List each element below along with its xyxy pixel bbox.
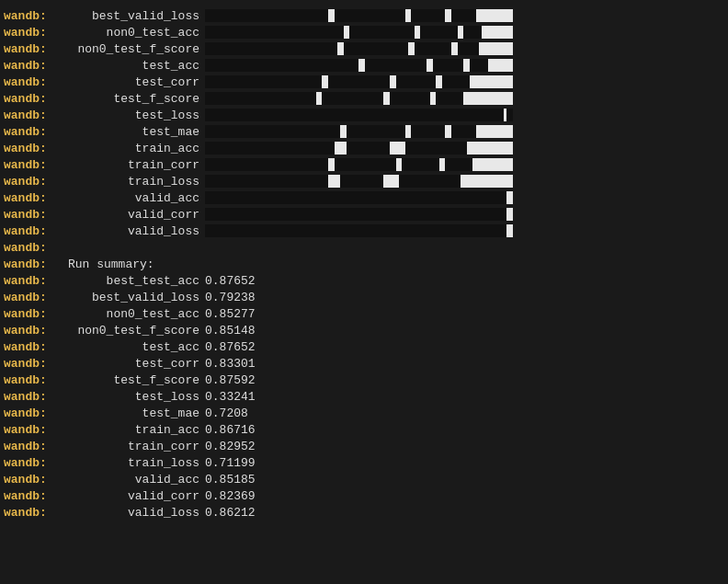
metric-name: valid_corr bbox=[63, 208, 205, 222]
chart-row: wandb:test_acc bbox=[0, 57, 728, 74]
summary-metric-value: 0.83301 bbox=[205, 357, 256, 371]
summary-row: wandb:test_mae 0.7208 bbox=[0, 405, 728, 421]
summary-metric-value: 0.82952 bbox=[205, 440, 256, 453]
summary-metric-value: 0.7208 bbox=[205, 407, 248, 420]
histogram-bar bbox=[205, 42, 513, 55]
wandb-label: wandb: bbox=[0, 307, 63, 321]
summary-metric-value: 0.86716 bbox=[205, 423, 256, 437]
summary-row: wandb:train_loss 0.71199 bbox=[0, 454, 728, 471]
summary-row: wandb:valid_acc 0.85185 bbox=[0, 471, 728, 487]
histogram-bar bbox=[205, 26, 513, 39]
wandb-label: wandb: bbox=[0, 26, 63, 40]
summary-metric-name: test_f_score bbox=[63, 373, 205, 387]
bar-container bbox=[205, 174, 728, 189]
histogram-bar bbox=[205, 92, 513, 105]
bar-container bbox=[205, 207, 728, 222]
summary-metric-name: valid_loss bbox=[63, 506, 205, 520]
metric-name: non0_test_f_score bbox=[63, 42, 205, 56]
chart-row: wandb:non0_test_acc bbox=[0, 24, 728, 40]
summary-metric-name: test_acc bbox=[63, 340, 205, 354]
summary-row: wandb:test_corr 0.83301 bbox=[0, 355, 728, 372]
wandb-label: wandb: bbox=[0, 59, 63, 73]
chart-row: wandb:train_corr bbox=[0, 156, 728, 173]
summary-metric-name: test_corr bbox=[63, 357, 205, 371]
bar-container bbox=[205, 108, 728, 122]
wandb-label: wandb: bbox=[0, 142, 63, 155]
wandb-label: wandb: bbox=[0, 75, 63, 89]
histogram-bar bbox=[205, 125, 513, 138]
bar-container bbox=[205, 74, 728, 89]
wandb-label: wandb: bbox=[0, 473, 63, 487]
histogram-bar bbox=[205, 191, 513, 204]
histogram-bar bbox=[205, 109, 513, 121]
metric-name: test_corr bbox=[63, 75, 205, 89]
summary-metric-name: test_mae bbox=[63, 407, 205, 420]
bar-container bbox=[205, 124, 728, 139]
bar-container bbox=[205, 223, 728, 238]
summary-row: wandb:non0_test_acc 0.85277 bbox=[0, 305, 728, 322]
metric-name: test_loss bbox=[63, 109, 205, 122]
summary-metric-value: 0.82369 bbox=[205, 489, 256, 503]
wandb-label: wandb: bbox=[0, 109, 63, 122]
summary-row: wandb:non0_test_f_score 0.85148 bbox=[0, 322, 728, 338]
histogram-bar bbox=[205, 158, 513, 171]
wandb-label: wandb: bbox=[0, 390, 63, 404]
metric-name: test_acc bbox=[63, 59, 205, 73]
summary-metric-value: 0.71199 bbox=[205, 456, 256, 470]
metric-name: best_valid_loss bbox=[63, 9, 205, 23]
wandb-label: wandb: bbox=[0, 440, 63, 453]
histogram-bar bbox=[205, 208, 513, 221]
wandb-label: wandb: bbox=[0, 42, 63, 56]
wandb-label: wandb: bbox=[0, 373, 63, 387]
chart-row: wandb:train_loss bbox=[0, 173, 728, 189]
summary-metric-name: train_loss bbox=[63, 456, 205, 470]
wandb-label: wandb: bbox=[0, 125, 63, 139]
summary-metric-value: 0.79238 bbox=[205, 291, 256, 304]
histogram-bar bbox=[205, 142, 513, 155]
chart-row: wandb:best_valid_loss bbox=[0, 7, 728, 24]
bar-container bbox=[205, 157, 728, 172]
chart-row: wandb:valid_corr bbox=[0, 206, 728, 223]
wandb-label: wandb: bbox=[0, 191, 63, 205]
wandb-label: wandb: bbox=[0, 489, 63, 503]
wandb-label: wandb: bbox=[0, 324, 63, 338]
summary-metric-name: valid_acc bbox=[63, 473, 205, 487]
terminal: wandb:best_valid_losswandb:non0_test_acc… bbox=[0, 0, 728, 528]
bar-container bbox=[205, 41, 728, 56]
histogram-bar bbox=[205, 9, 513, 22]
bar-container bbox=[205, 141, 728, 155]
chart-row: wandb:valid_loss bbox=[0, 223, 728, 239]
wandb-label: wandb: bbox=[0, 456, 63, 470]
wandb-label: wandb: bbox=[0, 423, 63, 437]
summary-row: wandb:test_f_score 0.87592 bbox=[0, 372, 728, 388]
summary-metric-value: 0.86212 bbox=[205, 506, 256, 520]
summary-metric-value: 0.87652 bbox=[205, 274, 256, 288]
chart-row: wandb:test_corr bbox=[0, 74, 728, 90]
metric-name: valid_loss bbox=[63, 224, 205, 238]
summary-row: wandb:valid_corr 0.82369 bbox=[0, 487, 728, 504]
histogram-bar bbox=[205, 175, 513, 188]
summary-metric-name: non0_test_f_score bbox=[63, 324, 205, 338]
chart-row: wandb:non0_test_f_score bbox=[0, 40, 728, 57]
metric-name: test_mae bbox=[63, 125, 205, 139]
wandb-label: wandb: bbox=[0, 340, 63, 354]
run-summary-text: Run summary: bbox=[63, 258, 154, 271]
summary-metric-value: 0.87652 bbox=[205, 340, 256, 354]
summary-row: wandb:train_acc 0.86716 bbox=[0, 421, 728, 438]
bar-container bbox=[205, 58, 728, 73]
metric-name: train_loss bbox=[63, 175, 205, 189]
summary-metric-name: best_valid_loss bbox=[63, 291, 205, 304]
bar-container bbox=[205, 8, 728, 23]
wandb-label: wandb: bbox=[0, 175, 63, 189]
summary-metric-value: 0.85185 bbox=[205, 473, 256, 487]
histogram-bar bbox=[205, 75, 513, 88]
wandb-label: wandb: bbox=[0, 158, 63, 172]
summary-row: wandb:best_valid_loss 0.79238 bbox=[0, 289, 728, 305]
summary-metric-name: non0_test_acc bbox=[63, 307, 205, 321]
bar-container bbox=[205, 25, 728, 40]
metric-name: non0_test_acc bbox=[63, 26, 205, 40]
wandb-label: wandb: bbox=[0, 9, 63, 23]
bar-container bbox=[205, 91, 728, 106]
summary-metric-name: train_corr bbox=[63, 440, 205, 453]
wandb-label: wandb: bbox=[0, 506, 63, 520]
